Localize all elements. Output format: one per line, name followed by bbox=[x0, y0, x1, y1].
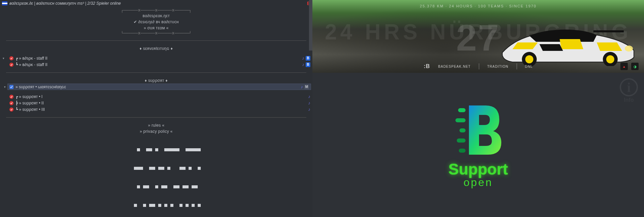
music-icon: ♪ bbox=[302, 56, 305, 61]
svg-rect-14 bbox=[459, 128, 466, 132]
banner-logo-3: DNL bbox=[525, 65, 533, 68]
support-status: open bbox=[464, 176, 493, 189]
banner-image: 25.378 KM · 24 HOURS · 100 TEAMS · SINCE… bbox=[312, 0, 644, 73]
channel-label: ┏ » sυρρσят • I bbox=[16, 94, 43, 99]
brand-b-icon: :B bbox=[424, 63, 430, 69]
svg-rect-12 bbox=[458, 108, 466, 112]
channel-support-3[interactable]: ┗ » sυρρσят • III ♪ bbox=[0, 106, 312, 113]
music-icon: ♪ bbox=[301, 84, 303, 89]
divider bbox=[6, 72, 306, 73]
server-header[interactable]: вα∂εsρεακ.∂ε | вα∂εтυcн coммυηιтч тs³ | … bbox=[0, 0, 312, 7]
support-logo bbox=[448, 101, 509, 159]
channel-label: ┏ » в∂sρκ - staff II bbox=[16, 56, 48, 61]
header-line-3[interactable]: » συя тεαм « bbox=[0, 25, 312, 31]
b-badge-icon: B bbox=[306, 62, 310, 67]
locked-channel-icon bbox=[9, 62, 14, 67]
banner-logo-2: TRADITION bbox=[487, 65, 508, 68]
divider bbox=[6, 117, 306, 118]
header-line-1[interactable]: вα∂εsρεακ.ηεт bbox=[0, 13, 312, 19]
music-icon: ♪ bbox=[308, 100, 311, 105]
channel-tree-panel: вα∂εsρεακ.∂ε | вα∂εтυcн coммυηιтч тs³ | … bbox=[0, 0, 312, 217]
scrollbar-thumb[interactable] bbox=[309, 0, 312, 51]
music-icon: ♪ bbox=[308, 107, 311, 112]
svg-point-7 bbox=[525, 55, 533, 63]
expand-icon[interactable]: ▾ bbox=[3, 85, 7, 89]
banner-logo-row: :B BADESPEAK.NET TRADITION DNL bbox=[424, 63, 533, 69]
banner-logo-brand: BADESPEAK.NET bbox=[438, 65, 471, 68]
b-badge-icon: B bbox=[306, 56, 310, 61]
ascii-frame-top: ┌──────x──────x──────x──────┐ bbox=[0, 8, 312, 13]
server-title: вα∂εsρεακ.∂ε | вα∂εтυcн coммυηιтч тs³ | … bbox=[9, 1, 121, 6]
svg-rect-16 bbox=[459, 149, 466, 153]
ascii-frame-bottom: └──────x──────x──────x──────┘ bbox=[0, 31, 312, 36]
music-icon: ♪ bbox=[308, 94, 311, 99]
support-title: Support bbox=[448, 160, 508, 178]
svg-rect-11 bbox=[593, 30, 624, 32]
info-panel: 25.378 KM · 24 HOURS · 100 TEAMS · SINCE… bbox=[312, 0, 644, 217]
banner-topline: 25.378 KM · 24 HOURS · 100 TEAMS · SINCE… bbox=[420, 4, 537, 8]
locked-channel-icon bbox=[9, 56, 14, 61]
channel-support-2[interactable]: ┣ » sυρρσят • II ♪ bbox=[0, 100, 312, 106]
server-icon bbox=[2, 1, 7, 5]
channel-label: ┣ » sυρρσят • II bbox=[16, 101, 44, 105]
section-title-support[interactable]: ♦ sυρρσят ♦ bbox=[0, 78, 312, 84]
svg-rect-13 bbox=[455, 118, 466, 122]
sim-logos: ▲ ◑ bbox=[620, 63, 639, 70]
ascii-block-art bbox=[0, 137, 312, 217]
section-title-serverleitung[interactable]: ♦ sεяvεяℓειтυηɢ ♦ bbox=[0, 45, 312, 52]
channel-tree[interactable]: ┌──────x──────x──────x──────┐ вα∂εsρεακ.… bbox=[0, 7, 312, 217]
channel-staff-2[interactable]: ┗ » в∂sρκ - staff II ♪ B bbox=[0, 61, 312, 68]
svg-rect-15 bbox=[457, 138, 466, 143]
footer-rules-link[interactable]: » rules « bbox=[0, 122, 312, 128]
footer-privacy-link[interactable]: » privacy policy « bbox=[0, 128, 312, 134]
channel-label: » sυρρσят • ωαятεscнℓαηɢε bbox=[16, 85, 66, 89]
channel-support-1[interactable]: ┏ » sυρρσят • I ♪ bbox=[0, 93, 312, 100]
locked-channel-icon bbox=[9, 94, 14, 99]
locked-channel-icon bbox=[9, 100, 14, 106]
divider bbox=[6, 40, 306, 41]
expand-icon[interactable]: ▾ bbox=[1, 57, 5, 60]
header-line-2[interactable]: ✔ ∂εsιɢηε∂ вч вα∂εтυcн bbox=[0, 19, 312, 25]
channel-label: ┗ » sυρρσят • III bbox=[16, 107, 45, 112]
m-badge-icon: M bbox=[304, 85, 309, 89]
racecar-graphic bbox=[492, 16, 637, 66]
channel-label: ┗ » в∂sρκ - staff II bbox=[16, 62, 48, 67]
svg-point-10 bbox=[625, 45, 633, 52]
channel-support-queue[interactable]: ▾ » sυρρσят • ωαятεscнℓαηɢε ♪ M bbox=[7, 84, 311, 90]
music-icon: ♪ bbox=[302, 62, 305, 67]
sim-logo-1: ▲ bbox=[620, 63, 628, 70]
support-status-block: Support open bbox=[312, 73, 644, 217]
locked-channel-icon bbox=[9, 107, 14, 112]
open-channel-icon bbox=[9, 84, 14, 90]
sim-logo-2: ◑ bbox=[631, 63, 639, 70]
channel-staff-1[interactable]: ▾ ┏ » в∂sρκ - staff II ♪ B bbox=[0, 55, 312, 61]
svg-point-9 bbox=[606, 55, 614, 63]
